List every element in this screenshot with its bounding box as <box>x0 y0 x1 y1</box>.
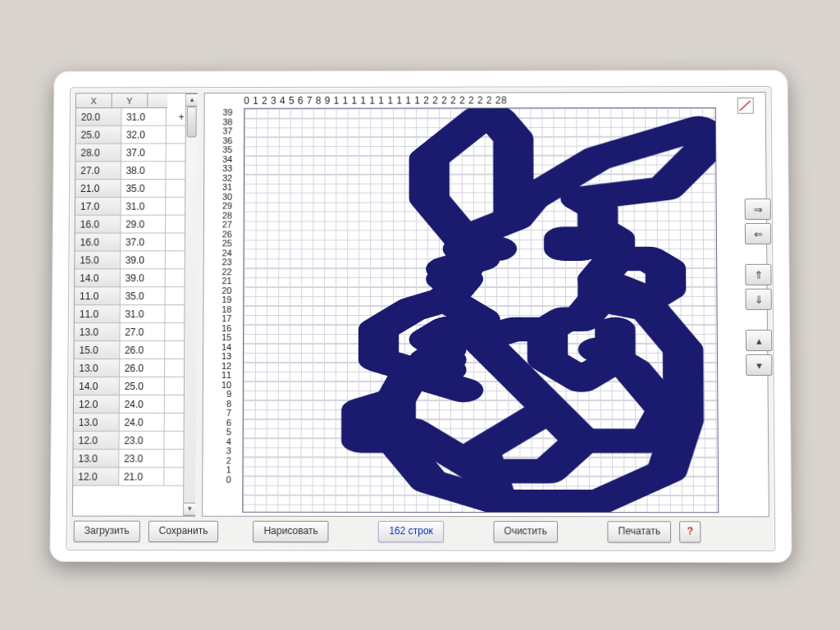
cell-x[interactable]: 27.0 <box>75 162 121 180</box>
cell-y[interactable]: 38.0 <box>121 162 166 180</box>
table-row[interactable]: 25.032.0 <box>76 126 197 144</box>
table-row[interactable]: 13.024.0 <box>74 413 195 431</box>
arrow-up-icon[interactable]: ⇑ <box>745 264 771 285</box>
table-row[interactable]: 15.026.0 <box>74 341 194 359</box>
arrow-down-icon[interactable]: ⇓ <box>745 289 771 310</box>
axis-top-labels: 0 1 2 3 4 5 6 7 8 9 1 1 1 1 1 1 1 1 1 1 … <box>244 94 507 106</box>
cell-x[interactable]: 14.0 <box>75 269 120 287</box>
cell-x[interactable]: 16.0 <box>75 215 121 233</box>
table-row[interactable]: 12.021.0 <box>73 468 194 486</box>
cell-y[interactable]: 26.0 <box>119 359 165 377</box>
load-button[interactable]: Загрузить <box>74 521 140 542</box>
cell-y[interactable]: 26.0 <box>119 341 165 359</box>
cell-x[interactable]: 25.0 <box>76 126 121 144</box>
draw-button[interactable]: Нарисовать <box>253 521 329 542</box>
coord-scrollbar[interactable]: ▴ ▾ <box>183 94 198 516</box>
table-row[interactable]: 12.024.0 <box>74 395 194 413</box>
save-button[interactable]: Сохранить <box>148 521 219 542</box>
cell-y[interactable]: 35.0 <box>120 287 166 305</box>
col-marker-header <box>148 94 167 108</box>
navigation-column: ⇒ ⇐ ⇑ ⇓ ▴ ▾ <box>745 199 773 376</box>
cell-y[interactable]: 31.0 <box>120 305 166 323</box>
line-tool-icon[interactable] <box>737 98 754 114</box>
row-count-indicator: 162 строк <box>378 521 444 542</box>
coord-table-header: X Y <box>76 94 197 108</box>
clear-button[interactable]: Очистить <box>493 521 558 542</box>
cell-y[interactable]: 23.0 <box>119 431 165 450</box>
drawing-canvas-panel: 0 1 2 3 4 5 6 7 8 9 1 1 1 1 1 1 1 1 1 1 … <box>202 92 769 517</box>
cell-y[interactable]: 32.0 <box>121 126 166 144</box>
grid-canvas[interactable] <box>242 107 719 513</box>
arrow-right-icon[interactable]: ⇒ <box>745 199 771 220</box>
table-row[interactable]: 28.037.0 <box>75 144 196 162</box>
scroll-track[interactable] <box>184 107 198 503</box>
cell-y[interactable]: 29.0 <box>121 215 166 233</box>
cell-x[interactable]: 12.0 <box>74 395 119 413</box>
table-row[interactable]: 13.026.0 <box>74 359 194 377</box>
scroll-down-icon[interactable]: ▾ <box>184 503 195 516</box>
cell-y[interactable]: 39.0 <box>120 251 166 269</box>
cell-y[interactable]: 25.0 <box>119 377 165 395</box>
cell-x[interactable]: 21.0 <box>75 180 121 198</box>
cell-y[interactable]: 37.0 <box>121 144 166 162</box>
coord-table-body[interactable]: 20.031.0+25.032.028.037.027.038.021.035.… <box>73 108 197 516</box>
table-row[interactable]: 20.031.0+ <box>76 108 196 126</box>
print-button[interactable]: Печатать <box>607 521 671 542</box>
col-y-header[interactable]: Y <box>112 94 148 108</box>
cell-x[interactable]: 11.0 <box>75 287 120 305</box>
axis-left-labels: 3938373635343332313029282726252423222120… <box>221 108 232 485</box>
triangle-up-icon[interactable]: ▴ <box>746 330 772 351</box>
table-row[interactable]: 11.035.0 <box>75 287 195 305</box>
table-row[interactable]: 16.029.0 <box>75 215 196 233</box>
table-row[interactable]: 21.035.0 <box>75 179 196 197</box>
cell-y[interactable]: 27.0 <box>120 323 166 341</box>
cell-x[interactable]: 13.0 <box>74 413 119 431</box>
triangle-down-icon[interactable]: ▾ <box>746 354 772 376</box>
coord-table[interactable]: X Y 20.031.0+25.032.028.037.027.038.021.… <box>72 93 198 517</box>
table-row[interactable]: 14.025.0 <box>74 377 194 395</box>
cell-x[interactable]: 14.0 <box>74 377 119 395</box>
cell-y[interactable]: 31.0 <box>121 197 166 215</box>
table-row[interactable]: 17.031.0 <box>75 197 196 215</box>
cell-x[interactable]: 20.0 <box>76 108 121 126</box>
cell-y[interactable]: 23.0 <box>118 450 164 468</box>
cell-x[interactable]: 28.0 <box>75 144 121 162</box>
cell-y[interactable]: 31.0 <box>121 108 166 126</box>
cell-x[interactable]: 17.0 <box>75 197 121 215</box>
cell-x[interactable]: 15.0 <box>74 341 119 359</box>
table-row[interactable]: 13.027.0 <box>75 323 195 341</box>
cell-y[interactable]: 37.0 <box>120 233 166 251</box>
scroll-thumb[interactable] <box>187 107 197 138</box>
table-row[interactable]: 11.031.0 <box>75 305 195 323</box>
cell-x[interactable]: 12.0 <box>74 431 119 450</box>
table-row[interactable]: 14.039.0 <box>75 269 195 287</box>
cell-y[interactable]: 39.0 <box>120 269 166 287</box>
cell-x[interactable]: 11.0 <box>75 305 120 323</box>
arrow-left-icon[interactable]: ⇐ <box>745 223 771 244</box>
cell-x[interactable]: 12.0 <box>73 468 118 486</box>
table-row[interactable]: 16.037.0 <box>75 233 196 251</box>
scroll-up-icon[interactable]: ▴ <box>186 94 198 107</box>
cell-x[interactable]: 15.0 <box>75 251 120 269</box>
slide-card: X Y 20.031.0+25.032.028.037.027.038.021.… <box>49 70 792 563</box>
table-row[interactable]: 27.038.0 <box>75 162 196 180</box>
cell-y[interactable]: 35.0 <box>121 179 166 197</box>
cell-x[interactable]: 13.0 <box>73 450 118 468</box>
cell-y[interactable]: 24.0 <box>119 395 165 413</box>
table-row[interactable]: 13.023.0 <box>73 450 194 468</box>
col-x-header[interactable]: X <box>76 94 112 108</box>
help-button[interactable]: ? <box>679 521 701 542</box>
table-row[interactable]: 15.039.0 <box>75 251 195 269</box>
cell-y[interactable]: 24.0 <box>119 413 165 431</box>
cell-x[interactable]: 16.0 <box>75 233 121 251</box>
cell-x[interactable]: 13.0 <box>74 359 119 377</box>
button-bar: Загрузить Сохранить Нарисовать 162 строк… <box>67 517 775 550</box>
table-row[interactable]: 12.023.0 <box>74 431 195 450</box>
app-window: X Y 20.031.0+25.032.028.037.027.038.021.… <box>66 86 776 551</box>
cell-y[interactable]: 21.0 <box>118 468 164 486</box>
cell-x[interactable]: 13.0 <box>75 323 120 341</box>
